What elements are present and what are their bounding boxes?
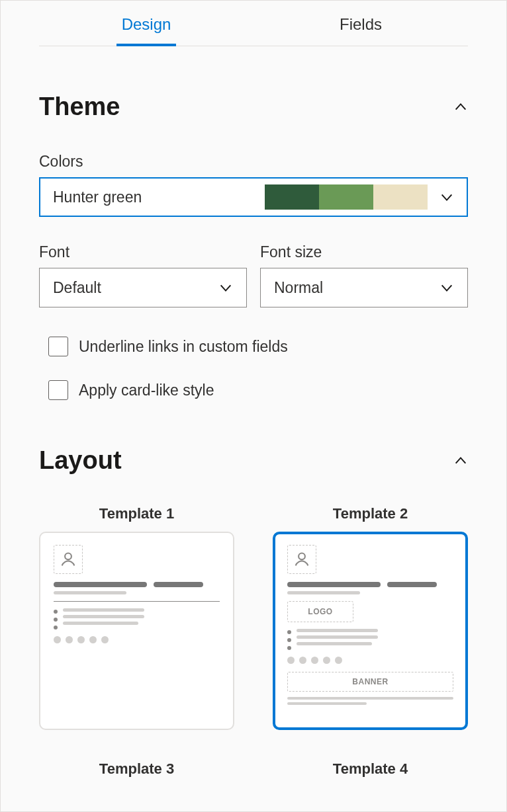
colors-select[interactable]: Hunter green: [39, 177, 468, 217]
font-size-select[interactable]: Normal: [260, 268, 468, 307]
chevron-up-icon: [453, 454, 468, 468]
font-size-label: Font size: [260, 243, 468, 261]
swatch-1: [265, 184, 319, 210]
svg-point-1: [299, 553, 305, 559]
svg-point-0: [65, 553, 71, 559]
avatar-placeholder-icon: [287, 545, 316, 574]
colors-value: Hunter green: [53, 188, 142, 206]
banner-placeholder: BANNER: [287, 672, 453, 692]
font-size-value: Normal: [274, 279, 323, 297]
template-4-label: Template 4: [333, 760, 408, 778]
underline-links-checkbox[interactable]: [48, 337, 68, 356]
theme-title: Theme: [39, 93, 120, 121]
card-style-label: Apply card-like style: [79, 382, 214, 399]
chevron-up-icon: [453, 100, 468, 114]
font-select[interactable]: Default: [39, 268, 247, 307]
template-1[interactable]: Template 1: [39, 505, 234, 730]
font-value: Default: [53, 279, 101, 297]
swatch-2: [319, 184, 373, 210]
template-2[interactable]: Template 2 LOGO BANNER: [273, 505, 468, 730]
template-3[interactable]: Template 3: [39, 760, 234, 787]
design-panel: Theme Colors Hunter green Font Default: [1, 93, 506, 787]
avatar-placeholder-icon: [54, 545, 83, 574]
logo-placeholder: LOGO: [287, 601, 353, 622]
template-2-label: Template 2: [333, 505, 408, 522]
swatch-3: [373, 184, 428, 210]
layout-section-header[interactable]: Layout: [39, 446, 468, 475]
template-2-card: LOGO BANNER: [273, 532, 468, 730]
template-4[interactable]: Template 4: [273, 760, 468, 787]
chevron-down-icon: [439, 280, 454, 295]
card-style-checkbox-row[interactable]: Apply card-like style: [48, 380, 468, 400]
underline-links-checkbox-row[interactable]: Underline links in custom fields: [48, 337, 468, 356]
chevron-down-icon: [439, 190, 454, 204]
card-style-checkbox[interactable]: [48, 380, 68, 400]
tab-fields[interactable]: Fields: [254, 9, 468, 46]
color-swatches: [265, 184, 428, 210]
templates-grid: Template 1: [39, 505, 468, 787]
template-1-card: [39, 532, 234, 730]
template-1-label: Template 1: [99, 505, 174, 522]
colors-label: Colors: [39, 153, 468, 171]
underline-links-label: Underline links in custom fields: [79, 338, 288, 356]
font-label: Font: [39, 243, 247, 261]
chevron-down-icon: [218, 280, 233, 295]
tab-design[interactable]: Design: [39, 9, 254, 46]
layout-title: Layout: [39, 446, 122, 475]
template-3-label: Template 3: [99, 760, 174, 778]
tabs: Design Fields: [39, 1, 468, 46]
theme-section-header[interactable]: Theme: [39, 93, 468, 121]
